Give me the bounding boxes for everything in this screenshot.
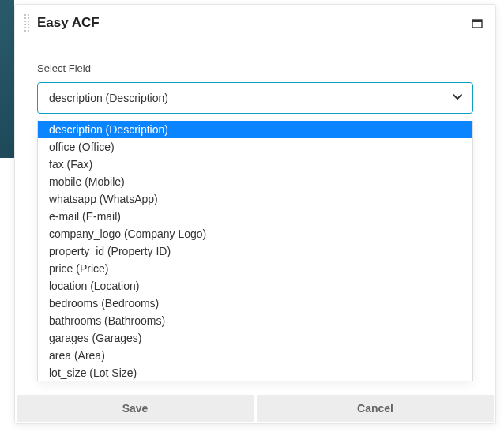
dropdown-option[interactable]: e-mail (E-mail) [38,208,472,225]
dropdown-option[interactable]: lot_size (Lot Size) [38,364,472,381]
dropdown-option[interactable]: mobile (Mobile) [38,173,472,190]
dropdown-option[interactable]: location (Location) [38,277,472,295]
dropdown-option[interactable]: fax (Fax) [38,156,472,173]
background-peek [0,0,14,158]
dropdown-option[interactable]: description (Description) [38,121,472,138]
modal-footer: Save Cancel [15,393,495,423]
easy-acf-modal: Easy ACF Select Field description (Descr… [14,4,496,424]
cancel-button[interactable]: Cancel [257,395,494,422]
dropdown-option[interactable]: office (Office) [38,138,472,156]
field-select[interactable]: description (Description) [37,82,473,114]
svg-rect-1 [472,20,482,22]
dropdown-option[interactable]: bedrooms (Bedrooms) [38,295,472,312]
modal-header: Easy ACF [15,5,495,43]
dropdown-option[interactable]: whatsapp (WhatsApp) [38,190,472,208]
dropdown-option[interactable]: company_logo (Company Logo) [38,225,472,242]
modal-body: Select Field description (Description) d… [15,43,495,393]
dropdown-option[interactable]: garages (Garages) [38,329,472,347]
drag-grip-icon[interactable] [23,13,28,33]
dropdown-option[interactable]: area (Area) [38,347,472,364]
dropdown-option[interactable]: price (Price) [38,260,472,277]
modal-title: Easy ACF [34,15,465,31]
select-field-label: Select Field [37,62,473,74]
window-restore-icon[interactable] [472,17,484,28]
select-value: description (Description) [49,92,168,104]
field-dropdown-list[interactable]: description (Description)office (Office)… [37,121,473,381]
chevron-down-icon [452,92,463,105]
dropdown-option[interactable]: property_id (Property ID) [38,242,472,260]
dropdown-option[interactable]: bathrooms (Bathrooms) [38,312,472,329]
save-button[interactable]: Save [17,395,254,422]
